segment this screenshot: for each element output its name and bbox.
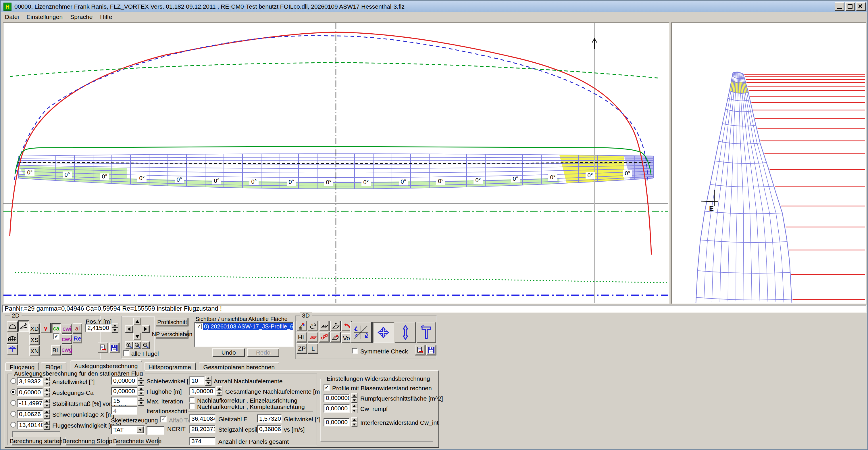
cwi-button[interactable]: cwi (62, 324, 72, 334)
panel-flow-button[interactable] (330, 332, 341, 342)
anstellwinkel-field[interactable]: 3,19332 (17, 377, 43, 386)
nachlauf-laenge-spinner[interactable] (216, 386, 222, 396)
flughoehe-field[interactable]: 0,00000 (111, 387, 137, 395)
stabilitaet-field[interactable]: -11,49978 (17, 399, 43, 408)
xs-button[interactable]: XS (29, 335, 40, 345)
nachlauf-laenge-field[interactable]: 1,00000 (189, 387, 216, 395)
panel-tilt-button[interactable] (319, 321, 330, 331)
paint-mesh-button[interactable] (297, 321, 307, 331)
stabilitaet-spinner[interactable] (44, 398, 50, 408)
ca-checkbox[interactable] (53, 333, 60, 340)
combobox-dropdown-icon[interactable] (137, 426, 144, 433)
zoom-out-button[interactable] (142, 341, 150, 349)
profilschnitt-button[interactable]: Profilschnitt (156, 318, 188, 326)
tab-fl-gel[interactable]: Flügel (41, 362, 66, 371)
close-button[interactable] (856, 2, 866, 11)
geschwindigkeit-field[interactable]: 13,40140 (17, 421, 43, 429)
panel-red-button[interactable] (308, 332, 318, 342)
wing-alpha-view-button[interactable] (18, 321, 29, 332)
radio-auslegungs-ca[interactable] (10, 389, 16, 395)
cw-rumpf-spinner[interactable] (351, 403, 358, 413)
schiebewinkel-field[interactable]: 0,00000 (111, 377, 137, 385)
zoom-1to1-button[interactable]: 1:1 (133, 341, 142, 349)
cw-rumpf-field[interactable]: 0,00000 (323, 404, 350, 413)
schwerpunkt-field[interactable]: 0,10626 (17, 410, 43, 418)
auslegungs-ca-field[interactable]: 0,60000 (17, 388, 43, 396)
bl-button[interactable]: BL (51, 345, 61, 356)
nachlauf-anzahl-field[interactable]: 10 (189, 377, 205, 385)
tab-gesamtpolaren-berechnen[interactable]: Gesamtpolaren berechnen (199, 362, 280, 371)
radio-schwerpunkt[interactable] (10, 411, 16, 417)
cw-int-field[interactable]: 0,00000 (323, 418, 350, 426)
ca-button[interactable]: ca (52, 323, 61, 333)
zoom-in-button[interactable] (125, 341, 133, 349)
cw-int-spinner[interactable] (351, 417, 358, 427)
alpha-view-button[interactable]: α (308, 321, 318, 331)
re-button[interactable]: Re (73, 334, 82, 343)
vortex-button[interactable] (319, 332, 330, 342)
export-3d-button[interactable] (415, 345, 426, 356)
berechnete-werte-button[interactable]: Berechnete Werte (116, 437, 159, 445)
l-button[interactable]: L (308, 343, 318, 354)
hangar-3d-button[interactable] (7, 333, 18, 344)
menu-hilfe[interactable]: Hilfe (96, 13, 116, 21)
hl-button[interactable]: HL (297, 332, 307, 342)
xn-button[interactable]: XN (29, 346, 40, 356)
pan-left-button[interactable] (125, 325, 133, 333)
pan-up-button[interactable] (133, 318, 142, 325)
tab-hilfsprogramme[interactable]: Hilfsprogramme (144, 362, 196, 371)
schwerpunkt-spinner[interactable] (44, 409, 50, 419)
berechnung-stopp-button[interactable]: Berechnung Stopp (65, 437, 109, 445)
nk-komplett-checkbox[interactable] (189, 403, 195, 409)
airfoil-view-button[interactable] (7, 321, 18, 332)
spin-up-icon[interactable] (112, 323, 118, 328)
menu-einstellungen[interactable]: Einstellungen (23, 13, 66, 21)
view3d-canvas[interactable]: E (671, 22, 866, 304)
rotate-3d-button[interactable] (350, 322, 372, 343)
pan-3d-button[interactable] (372, 322, 394, 343)
posy-field[interactable]: 2,41500 (85, 324, 111, 332)
alle-fluegel-checkbox[interactable] (123, 350, 130, 356)
tab-flugzeug[interactable]: Flugzeug (5, 362, 39, 371)
rumpfflaeche-spinner[interactable] (351, 393, 358, 403)
xd-button[interactable]: XD (29, 324, 40, 334)
tools-button[interactable] (416, 322, 436, 343)
minimize-button[interactable] (835, 2, 844, 11)
alfa0-tat-checkbox[interactable] (160, 416, 167, 422)
spin-down-icon[interactable] (112, 328, 118, 333)
panel-normal-button[interactable] (330, 321, 341, 331)
flughoehe-spinner[interactable] (138, 386, 144, 396)
parasol-button[interactable] (7, 344, 18, 355)
gamma-button[interactable]: γ (40, 323, 51, 333)
nachlauf-anzahl-spinner[interactable] (205, 376, 212, 386)
surface-list-item[interactable]: ✓0) 20260103 ASW-17_JS-Profile_6m_UH (195, 322, 293, 330)
blasenwiderstand-checkbox[interactable] (323, 385, 330, 391)
cwv-button[interactable]: cwv (62, 334, 72, 344)
radio-geschwindigkeit[interactable] (10, 422, 16, 428)
max-iteration-field[interactable]: 15 (111, 396, 137, 405)
auslegungs-ca-spinner[interactable] (44, 387, 50, 397)
surface-visible-checkbox[interactable]: ✓ (196, 324, 202, 329)
save-2d-button[interactable] (109, 342, 120, 353)
max-iteration-spinner[interactable] (138, 396, 144, 406)
planform-canvas[interactable]: 0°0°0°0°0°0°0°0°0°0°0°0°0°0°0°0°0° (3, 22, 670, 304)
berechnung-starten-button[interactable]: Berechnung starten (11, 437, 61, 445)
pan-down-button[interactable] (133, 333, 142, 340)
save-3d-button[interactable] (426, 345, 436, 356)
redo-button[interactable]: Redo (247, 348, 279, 357)
ai-button[interactable]: ai (73, 323, 82, 334)
np-verschieben-button[interactable]: NP verschieben (156, 330, 188, 338)
export-2d-button[interactable] (98, 342, 108, 353)
surface-listbox[interactable]: ✓0) 20260103 ASW-17_JS-Profile_6m_UH (194, 322, 293, 347)
ncrit-field[interactable] (147, 426, 164, 435)
pan-right-button[interactable] (142, 325, 150, 333)
menu-sprache[interactable]: Sprache (66, 13, 96, 21)
rumpfflaeche-field[interactable]: 0,000000 (323, 394, 350, 402)
radio-anstellwinkel[interactable] (10, 378, 16, 384)
anstellwinkel-spinner[interactable] (44, 377, 50, 386)
symmetrie-check-checkbox[interactable] (352, 348, 358, 354)
zp-button[interactable]: ZP (297, 343, 307, 354)
geschwindigkeit-spinner[interactable] (44, 420, 50, 430)
zoom-3d-button[interactable] (395, 322, 416, 343)
nk-einzel-checkbox[interactable] (189, 397, 195, 403)
